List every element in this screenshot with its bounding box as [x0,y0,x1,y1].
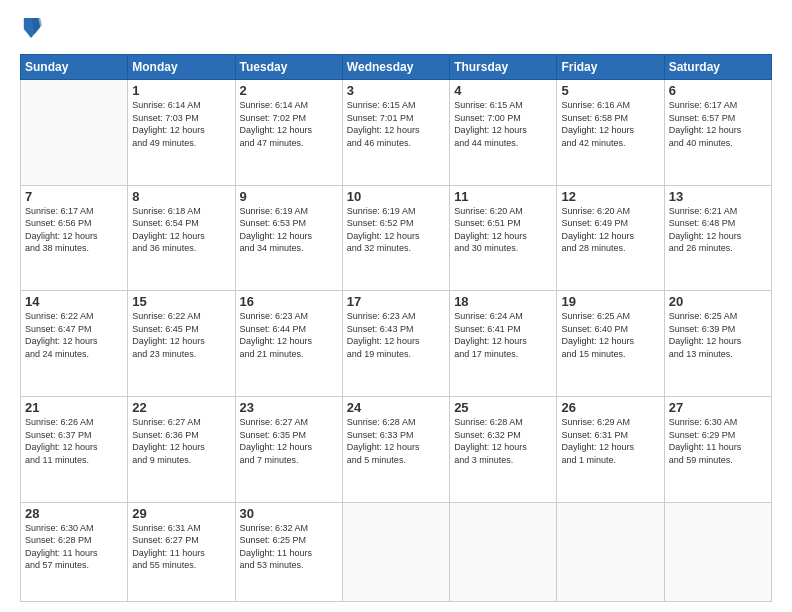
cell-date-number: 22 [132,400,230,415]
cell-date-number: 19 [561,294,659,309]
cell-daylight-info: Sunrise: 6:14 AM Sunset: 7:02 PM Dayligh… [240,99,338,149]
calendar-cell: 13Sunrise: 6:21 AM Sunset: 6:48 PM Dayli… [664,185,771,291]
calendar-cell: 7Sunrise: 6:17 AM Sunset: 6:56 PM Daylig… [21,185,128,291]
weekday-header-sunday: Sunday [21,55,128,80]
cell-daylight-info: Sunrise: 6:24 AM Sunset: 6:41 PM Dayligh… [454,310,552,360]
cell-date-number: 17 [347,294,445,309]
calendar-cell: 2Sunrise: 6:14 AM Sunset: 7:02 PM Daylig… [235,80,342,186]
cell-date-number: 16 [240,294,338,309]
calendar-cell: 15Sunrise: 6:22 AM Sunset: 6:45 PM Dayli… [128,291,235,397]
weekday-header-monday: Monday [128,55,235,80]
calendar-cell: 3Sunrise: 6:15 AM Sunset: 7:01 PM Daylig… [342,80,449,186]
cell-date-number: 12 [561,189,659,204]
cell-daylight-info: Sunrise: 6:15 AM Sunset: 7:01 PM Dayligh… [347,99,445,149]
cell-date-number: 13 [669,189,767,204]
logo [20,16,48,44]
calendar-cell: 14Sunrise: 6:22 AM Sunset: 6:47 PM Dayli… [21,291,128,397]
cell-daylight-info: Sunrise: 6:27 AM Sunset: 6:35 PM Dayligh… [240,416,338,466]
calendar-cell: 28Sunrise: 6:30 AM Sunset: 6:28 PM Dayli… [21,502,128,601]
calendar-cell: 25Sunrise: 6:28 AM Sunset: 6:32 PM Dayli… [450,396,557,502]
cell-date-number: 1 [132,83,230,98]
calendar-cell: 21Sunrise: 6:26 AM Sunset: 6:37 PM Dayli… [21,396,128,502]
cell-date-number: 15 [132,294,230,309]
calendar-cell: 24Sunrise: 6:28 AM Sunset: 6:33 PM Dayli… [342,396,449,502]
cell-daylight-info: Sunrise: 6:28 AM Sunset: 6:32 PM Dayligh… [454,416,552,466]
calendar-cell [21,80,128,186]
cell-daylight-info: Sunrise: 6:15 AM Sunset: 7:00 PM Dayligh… [454,99,552,149]
calendar-cell [557,502,664,601]
cell-daylight-info: Sunrise: 6:30 AM Sunset: 6:29 PM Dayligh… [669,416,767,466]
weekday-header-wednesday: Wednesday [342,55,449,80]
cell-daylight-info: Sunrise: 6:26 AM Sunset: 6:37 PM Dayligh… [25,416,123,466]
cell-date-number: 26 [561,400,659,415]
cell-date-number: 10 [347,189,445,204]
cell-date-number: 27 [669,400,767,415]
calendar-cell: 27Sunrise: 6:30 AM Sunset: 6:29 PM Dayli… [664,396,771,502]
calendar-cell: 5Sunrise: 6:16 AM Sunset: 6:58 PM Daylig… [557,80,664,186]
cell-daylight-info: Sunrise: 6:32 AM Sunset: 6:25 PM Dayligh… [240,522,338,572]
cell-date-number: 23 [240,400,338,415]
cell-daylight-info: Sunrise: 6:30 AM Sunset: 6:28 PM Dayligh… [25,522,123,572]
calendar-cell: 19Sunrise: 6:25 AM Sunset: 6:40 PM Dayli… [557,291,664,397]
calendar-cell: 16Sunrise: 6:23 AM Sunset: 6:44 PM Dayli… [235,291,342,397]
calendar-cell: 8Sunrise: 6:18 AM Sunset: 6:54 PM Daylig… [128,185,235,291]
calendar-cell: 6Sunrise: 6:17 AM Sunset: 6:57 PM Daylig… [664,80,771,186]
cell-date-number: 3 [347,83,445,98]
cell-date-number: 7 [25,189,123,204]
calendar-cell [664,502,771,601]
calendar-cell [342,502,449,601]
cell-daylight-info: Sunrise: 6:21 AM Sunset: 6:48 PM Dayligh… [669,205,767,255]
cell-daylight-info: Sunrise: 6:29 AM Sunset: 6:31 PM Dayligh… [561,416,659,466]
cell-date-number: 11 [454,189,552,204]
calendar-cell: 9Sunrise: 6:19 AM Sunset: 6:53 PM Daylig… [235,185,342,291]
calendar-cell: 29Sunrise: 6:31 AM Sunset: 6:27 PM Dayli… [128,502,235,601]
cell-date-number: 21 [25,400,123,415]
cell-date-number: 4 [454,83,552,98]
cell-daylight-info: Sunrise: 6:17 AM Sunset: 6:57 PM Dayligh… [669,99,767,149]
weekday-header-friday: Friday [557,55,664,80]
cell-date-number: 28 [25,506,123,521]
calendar-cell: 18Sunrise: 6:24 AM Sunset: 6:41 PM Dayli… [450,291,557,397]
calendar-cell: 10Sunrise: 6:19 AM Sunset: 6:52 PM Dayli… [342,185,449,291]
cell-daylight-info: Sunrise: 6:23 AM Sunset: 6:44 PM Dayligh… [240,310,338,360]
cell-date-number: 14 [25,294,123,309]
cell-daylight-info: Sunrise: 6:25 AM Sunset: 6:39 PM Dayligh… [669,310,767,360]
cell-daylight-info: Sunrise: 6:27 AM Sunset: 6:36 PM Dayligh… [132,416,230,466]
cell-daylight-info: Sunrise: 6:20 AM Sunset: 6:51 PM Dayligh… [454,205,552,255]
calendar-cell: 23Sunrise: 6:27 AM Sunset: 6:35 PM Dayli… [235,396,342,502]
weekday-header-tuesday: Tuesday [235,55,342,80]
cell-daylight-info: Sunrise: 6:19 AM Sunset: 6:52 PM Dayligh… [347,205,445,255]
calendar-cell: 1Sunrise: 6:14 AM Sunset: 7:03 PM Daylig… [128,80,235,186]
calendar-table: SundayMondayTuesdayWednesdayThursdayFrid… [20,54,772,602]
cell-daylight-info: Sunrise: 6:23 AM Sunset: 6:43 PM Dayligh… [347,310,445,360]
cell-daylight-info: Sunrise: 6:22 AM Sunset: 6:47 PM Dayligh… [25,310,123,360]
calendar-cell: 20Sunrise: 6:25 AM Sunset: 6:39 PM Dayli… [664,291,771,397]
calendar-cell: 11Sunrise: 6:20 AM Sunset: 6:51 PM Dayli… [450,185,557,291]
cell-date-number: 8 [132,189,230,204]
cell-daylight-info: Sunrise: 6:17 AM Sunset: 6:56 PM Dayligh… [25,205,123,255]
cell-daylight-info: Sunrise: 6:16 AM Sunset: 6:58 PM Dayligh… [561,99,659,149]
cell-daylight-info: Sunrise: 6:14 AM Sunset: 7:03 PM Dayligh… [132,99,230,149]
weekday-header-saturday: Saturday [664,55,771,80]
calendar-cell: 12Sunrise: 6:20 AM Sunset: 6:49 PM Dayli… [557,185,664,291]
cell-daylight-info: Sunrise: 6:19 AM Sunset: 6:53 PM Dayligh… [240,205,338,255]
cell-date-number: 24 [347,400,445,415]
cell-daylight-info: Sunrise: 6:18 AM Sunset: 6:54 PM Dayligh… [132,205,230,255]
cell-daylight-info: Sunrise: 6:25 AM Sunset: 6:40 PM Dayligh… [561,310,659,360]
cell-date-number: 18 [454,294,552,309]
calendar-cell: 30Sunrise: 6:32 AM Sunset: 6:25 PM Dayli… [235,502,342,601]
cell-daylight-info: Sunrise: 6:22 AM Sunset: 6:45 PM Dayligh… [132,310,230,360]
cell-date-number: 20 [669,294,767,309]
calendar-cell: 22Sunrise: 6:27 AM Sunset: 6:36 PM Dayli… [128,396,235,502]
calendar-cell: 26Sunrise: 6:29 AM Sunset: 6:31 PM Dayli… [557,396,664,502]
logo-icon [22,16,42,40]
calendar-cell [450,502,557,601]
cell-date-number: 29 [132,506,230,521]
cell-date-number: 5 [561,83,659,98]
cell-daylight-info: Sunrise: 6:31 AM Sunset: 6:27 PM Dayligh… [132,522,230,572]
calendar-cell: 17Sunrise: 6:23 AM Sunset: 6:43 PM Dayli… [342,291,449,397]
cell-daylight-info: Sunrise: 6:28 AM Sunset: 6:33 PM Dayligh… [347,416,445,466]
cell-date-number: 30 [240,506,338,521]
weekday-header-thursday: Thursday [450,55,557,80]
header [20,16,772,44]
